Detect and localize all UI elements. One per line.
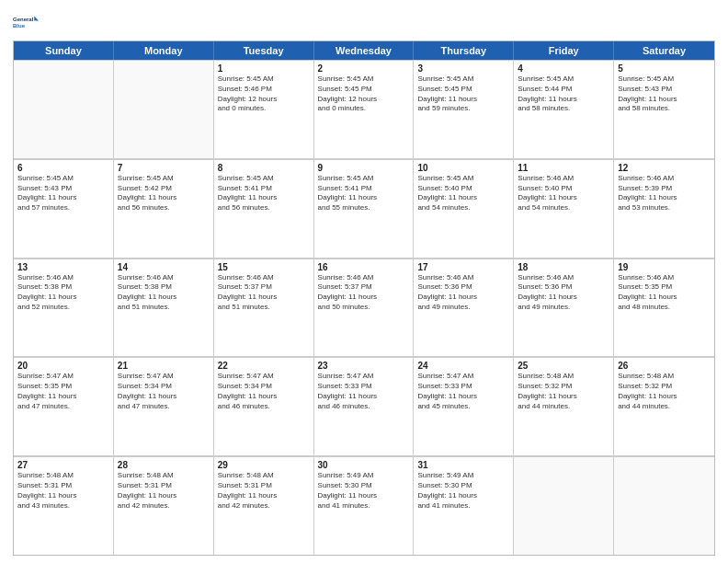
day-number: 19 (618, 262, 711, 272)
day-number: 24 (417, 361, 509, 371)
header: GeneralBlue (13, 9, 715, 35)
day-cell-16: 16Sunrise: 5:46 AM Sunset: 5:37 PM Dayli… (314, 259, 415, 357)
day-info: Sunrise: 5:46 AM Sunset: 5:36 PM Dayligh… (518, 273, 609, 313)
day-number: 2 (318, 63, 410, 74)
day-info: Sunrise: 5:45 AM Sunset: 5:41 PM Dayligh… (218, 174, 310, 213)
day-number: 15 (218, 262, 310, 272)
day-info: Sunrise: 5:48 AM Sunset: 5:31 PM Dayligh… (218, 471, 310, 511)
day-cell-23: 23Sunrise: 5:47 AM Sunset: 5:33 PM Dayli… (314, 357, 415, 455)
weekday-header-monday: Monday (114, 41, 214, 60)
day-cell-28: 28Sunrise: 5:48 AM Sunset: 5:31 PM Dayli… (114, 456, 214, 555)
day-info: Sunrise: 5:45 AM Sunset: 5:41 PM Dayligh… (318, 174, 410, 213)
day-number: 8 (218, 163, 310, 173)
day-cell-19: 19Sunrise: 5:46 AM Sunset: 5:35 PM Dayli… (614, 259, 714, 357)
day-number: 16 (318, 262, 410, 272)
day-info: Sunrise: 5:48 AM Sunset: 5:32 PM Dayligh… (518, 372, 609, 411)
day-number: 17 (417, 262, 509, 272)
day-cell-empty-0-1 (114, 60, 214, 158)
day-number: 22 (218, 361, 310, 371)
day-info: Sunrise: 5:45 AM Sunset: 5:46 PM Dayligh… (218, 75, 310, 114)
day-number: 6 (17, 163, 109, 173)
day-info: Sunrise: 5:47 AM Sunset: 5:34 PM Dayligh… (118, 372, 210, 411)
day-number: 11 (518, 163, 609, 173)
day-cell-4: 4Sunrise: 5:45 AM Sunset: 5:44 PM Daylig… (514, 60, 614, 158)
day-number: 31 (417, 460, 509, 470)
day-cell-21: 21Sunrise: 5:47 AM Sunset: 5:34 PM Dayli… (114, 357, 214, 455)
day-info: Sunrise: 5:47 AM Sunset: 5:33 PM Dayligh… (417, 372, 509, 411)
day-info: Sunrise: 5:45 AM Sunset: 5:45 PM Dayligh… (417, 75, 509, 114)
day-cell-empty-4-6 (614, 456, 714, 555)
calendar-row-3: 13Sunrise: 5:46 AM Sunset: 5:38 PM Dayli… (14, 259, 714, 358)
day-cell-30: 30Sunrise: 5:49 AM Sunset: 5:30 PM Dayli… (314, 456, 415, 555)
day-number: 14 (118, 262, 210, 272)
day-cell-9: 9Sunrise: 5:45 AM Sunset: 5:41 PM Daylig… (314, 159, 415, 258)
day-info: Sunrise: 5:45 AM Sunset: 5:43 PM Dayligh… (17, 174, 109, 213)
day-cell-2: 2Sunrise: 5:45 AM Sunset: 5:45 PM Daylig… (314, 60, 415, 158)
day-info: Sunrise: 5:47 AM Sunset: 5:34 PM Dayligh… (218, 372, 310, 411)
day-number: 25 (518, 361, 609, 371)
weekday-header-friday: Friday (514, 41, 614, 60)
weekday-header-thursday: Thursday (414, 41, 514, 60)
svg-text:Blue: Blue (13, 23, 26, 29)
svg-marker-2 (34, 17, 39, 21)
calendar-row-5: 27Sunrise: 5:48 AM Sunset: 5:31 PM Dayli… (14, 456, 714, 555)
logo: GeneralBlue (13, 9, 39, 35)
day-info: Sunrise: 5:46 AM Sunset: 5:39 PM Dayligh… (618, 174, 711, 213)
day-cell-8: 8Sunrise: 5:45 AM Sunset: 5:41 PM Daylig… (214, 159, 314, 258)
day-cell-12: 12Sunrise: 5:46 AM Sunset: 5:39 PM Dayli… (614, 159, 714, 258)
day-info: Sunrise: 5:45 AM Sunset: 5:42 PM Dayligh… (118, 174, 210, 213)
day-cell-24: 24Sunrise: 5:47 AM Sunset: 5:33 PM Dayli… (414, 357, 514, 455)
calendar-container: SundayMondayTuesdayWednesdayThursdayFrid… (13, 40, 715, 556)
day-info: Sunrise: 5:49 AM Sunset: 5:30 PM Dayligh… (318, 471, 410, 511)
day-cell-15: 15Sunrise: 5:46 AM Sunset: 5:37 PM Dayli… (214, 259, 314, 357)
day-cell-25: 25Sunrise: 5:48 AM Sunset: 5:32 PM Dayli… (514, 357, 614, 455)
day-info: Sunrise: 5:46 AM Sunset: 5:37 PM Dayligh… (318, 273, 410, 313)
day-cell-empty-0-0 (14, 60, 114, 158)
day-cell-11: 11Sunrise: 5:46 AM Sunset: 5:40 PM Dayli… (514, 159, 614, 258)
day-cell-26: 26Sunrise: 5:48 AM Sunset: 5:32 PM Dayli… (614, 357, 714, 455)
weekday-header-wednesday: Wednesday (314, 41, 415, 60)
weekday-header-saturday: Saturday (614, 41, 714, 60)
day-number: 1 (218, 63, 310, 74)
day-number: 26 (618, 361, 711, 371)
day-info: Sunrise: 5:45 AM Sunset: 5:44 PM Dayligh… (518, 75, 609, 114)
day-number: 4 (518, 63, 609, 74)
day-number: 23 (318, 361, 410, 371)
logo-icon: GeneralBlue (13, 9, 39, 35)
calendar-header: SundayMondayTuesdayWednesdayThursdayFrid… (14, 41, 714, 60)
calendar-row-2: 6Sunrise: 5:45 AM Sunset: 5:43 PM Daylig… (14, 159, 714, 259)
day-info: Sunrise: 5:46 AM Sunset: 5:40 PM Dayligh… (518, 174, 609, 213)
day-number: 9 (318, 163, 410, 173)
calendar-row-1: 1Sunrise: 5:45 AM Sunset: 5:46 PM Daylig… (14, 60, 714, 159)
day-cell-31: 31Sunrise: 5:49 AM Sunset: 5:30 PM Dayli… (414, 456, 514, 555)
day-info: Sunrise: 5:46 AM Sunset: 5:37 PM Dayligh… (218, 273, 310, 313)
day-number: 10 (417, 163, 509, 173)
day-info: Sunrise: 5:46 AM Sunset: 5:35 PM Dayligh… (618, 273, 711, 313)
day-info: Sunrise: 5:48 AM Sunset: 5:31 PM Dayligh… (17, 471, 109, 511)
day-info: Sunrise: 5:46 AM Sunset: 5:36 PM Dayligh… (417, 273, 509, 313)
day-info: Sunrise: 5:45 AM Sunset: 5:45 PM Dayligh… (318, 75, 410, 114)
day-cell-27: 27Sunrise: 5:48 AM Sunset: 5:31 PM Dayli… (14, 456, 114, 555)
day-number: 13 (17, 262, 109, 272)
day-number: 27 (17, 460, 109, 470)
calendar-body: 1Sunrise: 5:45 AM Sunset: 5:46 PM Daylig… (14, 60, 714, 555)
day-info: Sunrise: 5:47 AM Sunset: 5:33 PM Dayligh… (318, 372, 410, 411)
calendar-page: GeneralBlue SundayMondayTuesdayWednesday… (0, 0, 728, 563)
day-number: 18 (518, 262, 609, 272)
day-cell-6: 6Sunrise: 5:45 AM Sunset: 5:43 PM Daylig… (14, 159, 114, 258)
day-number: 29 (218, 460, 310, 470)
day-info: Sunrise: 5:49 AM Sunset: 5:30 PM Dayligh… (417, 471, 509, 511)
weekday-header-tuesday: Tuesday (214, 41, 314, 60)
day-number: 7 (118, 163, 210, 173)
day-cell-3: 3Sunrise: 5:45 AM Sunset: 5:45 PM Daylig… (414, 60, 514, 158)
day-cell-1: 1Sunrise: 5:45 AM Sunset: 5:46 PM Daylig… (214, 60, 314, 158)
day-info: Sunrise: 5:45 AM Sunset: 5:40 PM Dayligh… (417, 174, 509, 213)
day-cell-20: 20Sunrise: 5:47 AM Sunset: 5:35 PM Dayli… (14, 357, 114, 455)
day-info: Sunrise: 5:45 AM Sunset: 5:43 PM Dayligh… (618, 75, 711, 114)
day-info: Sunrise: 5:46 AM Sunset: 5:38 PM Dayligh… (17, 273, 109, 313)
day-cell-13: 13Sunrise: 5:46 AM Sunset: 5:38 PM Dayli… (14, 259, 114, 357)
day-cell-29: 29Sunrise: 5:48 AM Sunset: 5:31 PM Dayli… (214, 456, 314, 555)
day-number: 21 (118, 361, 210, 371)
day-cell-5: 5Sunrise: 5:45 AM Sunset: 5:43 PM Daylig… (614, 60, 714, 158)
day-info: Sunrise: 5:48 AM Sunset: 5:32 PM Dayligh… (618, 372, 711, 411)
